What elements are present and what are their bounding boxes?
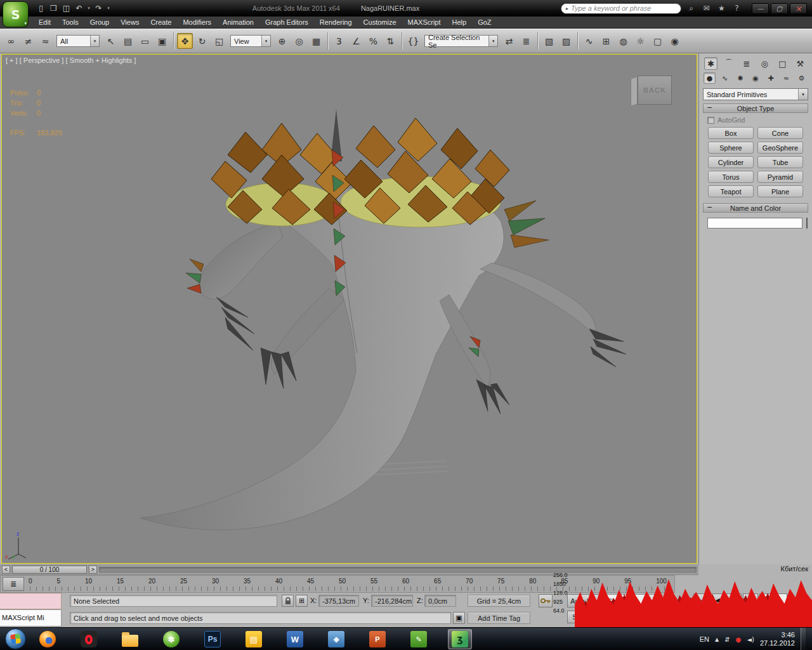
graphite-toggle-icon[interactable]: ▨ (558, 33, 574, 49)
schematic-view-icon[interactable]: ⊞ (598, 33, 614, 49)
hidden-icons-arrow[interactable]: ▲ (715, 637, 719, 642)
go-start-icon[interactable]: ⇤ (693, 594, 709, 606)
category-helpers[interactable]: ✚ (765, 72, 777, 84)
open-file-icon[interactable]: ❒ (48, 4, 59, 13)
set-keys-button[interactable] (539, 594, 553, 607)
minimize-button[interactable]: — (752, 3, 769, 14)
keyboard-override-icon[interactable]: ▦ (308, 33, 324, 49)
tab-display[interactable]: □ (776, 57, 789, 70)
selected-keys-dropdown[interactable]: Selected ▾ (604, 594, 660, 607)
object-button-tube[interactable]: Tube (757, 156, 803, 168)
select-by-name-icon[interactable]: ▤ (120, 33, 136, 49)
percent-snap-icon[interactable]: % (365, 33, 381, 49)
favorites-icon[interactable]: ★ (716, 4, 728, 13)
render-setup-icon[interactable]: ☼ (632, 33, 648, 49)
taskbar-word[interactable]: W (283, 629, 307, 649)
select-object-icon[interactable]: ↖ (103, 33, 119, 49)
absolute-offset-toggle[interactable]: ⊞ (296, 595, 308, 607)
search-arrow-icon[interactable]: ▸ (566, 6, 568, 11)
undo-icon[interactable]: ↶ (74, 4, 84, 13)
menu-item-edit[interactable]: Edit (33, 17, 56, 28)
rollout-name-color[interactable]: − Name and Color (703, 203, 808, 213)
menu-item-modifiers[interactable]: Modifiers (177, 17, 217, 28)
auto-key-button[interactable]: Auto Key (567, 594, 602, 607)
time-config-icon[interactable]: ⊞ (693, 608, 709, 621)
viewport-label[interactable]: [ + ] [ Perspective ] [ Smooth + Highlig… (6, 56, 136, 64)
menu-item-rendering[interactable]: Rendering (314, 17, 358, 28)
object-name-input[interactable] (707, 218, 802, 229)
tab-hierarchy[interactable]: ≣ (740, 57, 753, 70)
next-frame-button[interactable]: > (89, 566, 97, 574)
angle-snap-icon[interactable]: ∠ (348, 33, 364, 49)
prev-frame-icon[interactable]: ◀ (710, 594, 725, 606)
layer-manager-icon[interactable]: ▧ (541, 33, 557, 49)
selection-lock-toggle[interactable] (282, 595, 294, 607)
menu-item-graph-editors[interactable]: Graph Editors (259, 17, 314, 28)
object-button-pyramid[interactable]: Pyramid (757, 171, 803, 183)
taskbar-explorer[interactable] (118, 629, 142, 649)
previous-frame-button[interactable]: < (2, 566, 10, 574)
menu-item-goz[interactable]: GoZ (472, 17, 497, 28)
communication-icon[interactable]: ✉ (700, 4, 712, 13)
taskbar-notes[interactable]: ✎ (407, 629, 431, 649)
language-indicator[interactable]: EN (700, 635, 709, 643)
menu-item-group[interactable]: Group (84, 17, 115, 28)
maximize-button[interactable]: ▢ (771, 3, 788, 14)
category-lights[interactable]: ✺ (734, 72, 746, 84)
tab-motion[interactable]: ◎ (758, 57, 771, 70)
new-scene-icon[interactable]: ▯ (36, 4, 46, 13)
search-input[interactable] (571, 4, 676, 12)
track-bar[interactable]: ≣ 0 5 10 15 20 25 30 35 40 45 50 55 60 6… (0, 575, 675, 593)
unlink-selection-icon[interactable]: ≠ (20, 33, 36, 49)
render-production-icon[interactable]: ◉ (667, 33, 683, 49)
select-and-move-icon[interactable]: ✥ (177, 33, 193, 49)
current-frame-field[interactable]: 0 (759, 594, 787, 606)
menu-item-animation[interactable]: Animation (217, 17, 259, 28)
save-file-icon[interactable]: ◫ (61, 4, 72, 13)
object-button-plane[interactable]: Plane (757, 185, 803, 197)
spinner-snap-icon[interactable]: ⇅ (383, 33, 398, 49)
menu-item-help[interactable]: Help (447, 17, 473, 28)
object-color-swatch[interactable] (806, 218, 808, 229)
prev-key-icon[interactable]: ◁ (710, 608, 725, 621)
menu-item-views[interactable]: Views (115, 17, 145, 28)
category-space-warps[interactable]: ≈ (780, 72, 792, 84)
select-and-link-icon[interactable]: ∞ (3, 33, 19, 49)
undo-dropdown-icon[interactable]: ▾ (86, 6, 91, 11)
perspective-viewport[interactable]: [ + ] [ Perspective ] [ Smooth + Highlig… (1, 54, 697, 564)
reference-coordinate-dropdown[interactable]: View ▾ (230, 35, 271, 47)
rollout-object-type[interactable]: − Object Type (703, 103, 808, 113)
taskbar-3ds-max[interactable]: ʒ (448, 629, 472, 649)
creature-model[interactable] (2, 55, 697, 564)
redo-icon[interactable]: ↷ (93, 4, 104, 13)
mini-curve-editor-button[interactable]: ≣ (3, 577, 24, 591)
taskbar-powerpoint[interactable]: P (365, 629, 390, 649)
menu-item-maxscript[interactable]: MAXScript (402, 17, 447, 28)
taskbar-blue-app[interactable]: ◆ (324, 629, 348, 649)
maxscript-mini-listener[interactable]: MAXScript Mi (0, 609, 62, 627)
next-key-icon[interactable]: ▷ (726, 608, 742, 621)
selection-filter-dropdown[interactable]: All ▾ (56, 35, 100, 47)
pivot-center-icon[interactable]: ⊕ (274, 33, 290, 49)
antivirus-icon[interactable]: ● (736, 636, 742, 643)
menu-item-tools[interactable]: Tools (56, 17, 84, 28)
add-time-tag[interactable]: Add Time Tag (468, 612, 530, 624)
selection-region-icon[interactable]: ▭ (137, 33, 153, 49)
taskbar-firefox[interactable] (36, 629, 60, 649)
named-selection-dropdown[interactable]: Create Selection Se ▾ (424, 35, 498, 47)
rendered-frame-icon[interactable]: ▢ (650, 33, 665, 49)
curve-editor-icon[interactable]: ∿ (581, 33, 597, 49)
search-icon[interactable]: ⌕ (685, 4, 697, 13)
mirror-icon[interactable]: ⇄ (501, 33, 517, 49)
time-tag-icon[interactable]: ▣ (453, 612, 465, 624)
start-button[interactable] (5, 628, 26, 649)
snap-toggle-icon[interactable]: 3 (331, 33, 347, 49)
taskbar-clock[interactable]: 3:46 27.12.2012 (760, 631, 795, 647)
play-icon[interactable]: ▶ (726, 594, 742, 606)
time-slider-track[interactable] (99, 567, 697, 573)
view-cube-side[interactable] (631, 76, 638, 107)
set-key-button[interactable]: Set Key (567, 611, 602, 623)
object-button-teapot[interactable]: Teapot (708, 185, 754, 197)
select-and-scale-icon[interactable]: ◱ (211, 33, 227, 49)
autogrid-checkbox[interactable] (707, 117, 714, 124)
